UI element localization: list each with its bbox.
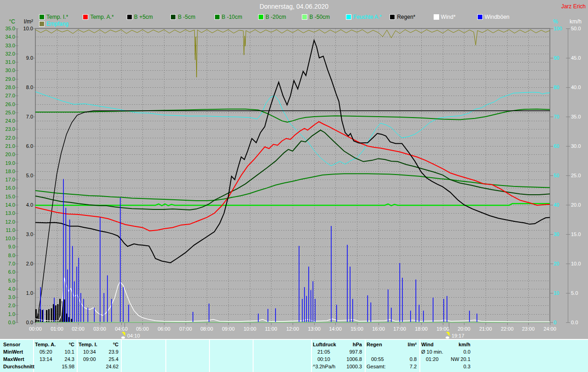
svg-text:9.0: 9.0 (8, 244, 15, 249)
table-sensor-name: Luftdruck (313, 342, 336, 348)
svg-text:24.0: 24.0 (6, 118, 15, 124)
svg-text:20:00: 20:00 (458, 326, 470, 332)
svg-text:9.0: 9.0 (26, 55, 33, 61)
svg-text:5.0: 5.0 (26, 173, 33, 178)
svg-text:7.0: 7.0 (26, 114, 33, 119)
svg-text:20.0: 20.0 (6, 152, 15, 157)
svg-text:30.0: 30.0 (6, 68, 15, 73)
table-sensor-name: Regen (367, 342, 382, 348)
svg-text:20: 20 (554, 261, 559, 266)
svg-text:0.0: 0.0 (26, 320, 33, 325)
table-value-time: 21:05 (317, 349, 330, 355)
svg-text:6.0: 6.0 (26, 143, 33, 149)
svg-text:100: 100 (554, 26, 562, 31)
svg-text:17:00: 17:00 (393, 326, 406, 332)
svg-text:24:00: 24:00 (543, 326, 556, 332)
svg-text:8.0: 8.0 (8, 253, 15, 258)
table-sensor-unit: °C (69, 342, 74, 348)
axis-hum: 0102030405060708090100 (554, 26, 562, 325)
svg-text:50.0: 50.0 (571, 26, 581, 31)
table-separator (121, 340, 122, 372)
svg-text:13.0: 13.0 (6, 210, 15, 216)
svg-text:20.0: 20.0 (571, 202, 581, 208)
table-value: 10.1 (65, 349, 74, 355)
svg-text:90: 90 (554, 55, 559, 61)
svg-text:15.0: 15.0 (571, 231, 581, 237)
svg-text:18.0: 18.0 (6, 169, 15, 174)
svg-text:28.0: 28.0 (6, 85, 15, 90)
table-sensor-unit: hPa (353, 342, 362, 348)
svg-text:30.0: 30.0 (571, 143, 581, 149)
svg-text:10.0: 10.0 (23, 26, 33, 31)
svg-text:27.0: 27.0 (6, 93, 15, 98)
svg-text:13:00: 13:00 (308, 326, 321, 332)
svg-text:5.0: 5.0 (8, 278, 15, 283)
svg-text:09:00: 09:00 (222, 326, 235, 332)
svg-text:06:00: 06:00 (158, 326, 170, 332)
svg-text:22.0: 22.0 (6, 135, 15, 141)
stats-table: SensorMinWertMaxWertDurchschnittTemp. A.… (0, 340, 588, 372)
svg-text:14:00: 14:00 (329, 326, 342, 332)
axis-hours: 00:0001:0002:0003:0004:0005:0006:0007:00… (29, 326, 556, 332)
table-value: 15.98 (62, 364, 74, 370)
svg-text:10: 10 (554, 290, 559, 296)
svg-text:22:00: 22:00 (501, 326, 514, 332)
svg-text:80: 80 (554, 85, 559, 90)
svg-text:07:00: 07:00 (179, 326, 192, 332)
table-sensor-unit: km/h (458, 342, 470, 348)
series-b5-line (35, 130, 550, 210)
svg-text:03:00: 03:00 (93, 326, 106, 332)
svg-text:15.0: 15.0 (6, 194, 15, 199)
sunset-marker-icon (446, 332, 451, 339)
svg-text:16.0: 16.0 (6, 185, 15, 191)
svg-text:1.0: 1.0 (26, 290, 33, 296)
svg-text:25.0: 25.0 (571, 173, 581, 178)
table-value: 25.4 (109, 356, 119, 363)
table-sensor-name: Temp. A. (35, 342, 56, 348)
svg-text:50: 50 (554, 173, 559, 178)
svg-text:12:00: 12:00 (286, 326, 299, 332)
svg-text:6.0: 6.0 (8, 269, 15, 275)
svg-text:21:00: 21:00 (479, 326, 492, 332)
svg-text:32.0: 32.0 (6, 51, 15, 56)
svg-text:7.0: 7.0 (8, 261, 15, 266)
gridlines (35, 28, 550, 322)
svg-text:31.0: 31.0 (6, 59, 15, 65)
svg-text:0.0: 0.0 (8, 320, 15, 325)
svg-text:15:00: 15:00 (351, 326, 363, 332)
svg-text:17.0: 17.0 (6, 177, 15, 182)
svg-text:12.0: 12.0 (6, 219, 15, 225)
svg-text:11:00: 11:00 (265, 326, 277, 332)
chart-plot: 0.01.02.03.04.05.06.07.08.09.010.011.012… (0, 0, 588, 340)
table-sensor-name: Temp. I. (79, 342, 97, 348)
table-value-time: 00:55 (371, 356, 384, 363)
svg-text:8.0: 8.0 (26, 85, 33, 90)
weather-chart-app: Donnerstag, 04.06.2020 Jarz Erich Temp. … (0, 0, 588, 372)
table-separator (253, 340, 254, 372)
svg-text:0: 0 (554, 320, 556, 325)
axis-hum-ticks (550, 29, 553, 323)
table-value-time: 10:34 (83, 349, 96, 355)
svg-text:10.0: 10.0 (6, 236, 15, 241)
svg-text:19:17: 19:17 (452, 333, 464, 338)
svg-text:04:10: 04:10 (127, 333, 140, 338)
svg-text:35.0: 35.0 (6, 26, 15, 31)
table-sensor-name: Wind (421, 342, 434, 348)
svg-text:2.0: 2.0 (8, 303, 15, 308)
svg-text:4.0: 4.0 (26, 202, 33, 208)
svg-text:23.0: 23.0 (6, 126, 15, 132)
svg-text:34.0: 34.0 (6, 34, 15, 39)
svg-text:23:00: 23:00 (522, 326, 535, 332)
svg-text:00:00: 00:00 (29, 326, 42, 332)
table-separator (311, 340, 312, 372)
table-separator (209, 340, 210, 372)
sunrise-marker-icon (121, 332, 126, 339)
svg-text:40: 40 (554, 202, 559, 208)
svg-text:18:00: 18:00 (415, 326, 428, 332)
table-value: NW 20.1 (451, 356, 470, 363)
svg-text:30: 30 (554, 231, 559, 237)
table-value: 7.2 (410, 364, 417, 370)
svg-text:04:00: 04:00 (115, 326, 128, 332)
svg-text:21.0: 21.0 (6, 143, 15, 149)
svg-text:45.0: 45.0 (571, 55, 581, 61)
